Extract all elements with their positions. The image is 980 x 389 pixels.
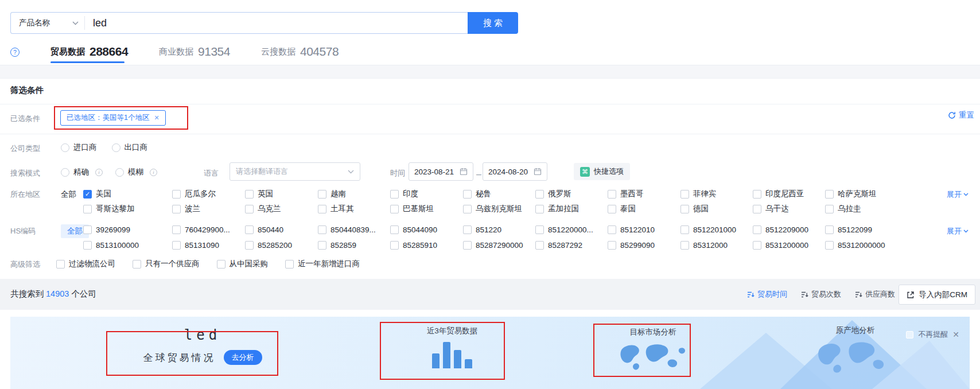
help-circle-icon[interactable]: ? [10, 48, 20, 57]
sort-button[interactable]: 贸易次数 [801, 289, 841, 299]
time-label: 时间 [390, 168, 405, 178]
region-checkbox[interactable]: ✓ 哈萨克斯坦 [825, 189, 877, 199]
close-icon[interactable]: ✕ [154, 114, 159, 122]
checkbox-label: 85285910 [403, 241, 437, 250]
banner-card-origin[interactable]: 原产地分析 [805, 325, 905, 382]
hs-code-checkbox[interactable]: ✓ 8531200000 [753, 241, 808, 250]
region-checkbox[interactable]: ✓ 菲律宾 [680, 189, 717, 199]
info-icon[interactable]: i [95, 169, 103, 176]
checkbox-label: 过滤物流公司 [69, 259, 115, 269]
region-checkbox[interactable]: ✓ 印度 [390, 189, 418, 199]
region-checkbox[interactable]: ✓ 德国 [680, 204, 709, 214]
banner-card-market[interactable]: 目标市场分析 [601, 327, 705, 379]
hs-code-checkbox[interactable]: ✓ 852859 [318, 241, 356, 250]
hs-code-checkbox[interactable]: ✓ 8512201000 [680, 225, 736, 234]
tab-business-data[interactable]: 商业数据 91354 [159, 45, 230, 62]
radio-icon [115, 168, 124, 177]
checkbox-icon: ✓ [753, 225, 761, 234]
refresh-icon [948, 111, 956, 119]
hs-code-checkbox[interactable]: ✓ 39269099 [83, 225, 130, 234]
hs-code-checkbox[interactable]: ✓ 85299090 [608, 241, 655, 250]
region-checkbox[interactable]: ✓ 墨西哥 [608, 189, 644, 199]
region-checkbox[interactable]: ✓ 厄瓜多尔 [172, 189, 216, 199]
hs-code-checkbox[interactable]: ✓ 85287292 [535, 241, 582, 250]
search-button[interactable]: 搜 索 [468, 12, 518, 34]
selected-conditions-label: 已选条件 [10, 114, 40, 124]
hs-code-checkbox[interactable]: ✓ 850440 [245, 225, 283, 234]
hs-code-checkbox[interactable]: ✓ 8513100000 [83, 241, 139, 250]
region-row-1: 所在地区 全部 ✓ 美国 ✓ 厄瓜多尔 ✓ 英国 [0, 187, 980, 202]
hs-code-checkbox[interactable]: ✓ 851220000... [535, 225, 593, 234]
region-checkbox[interactable]: ✓ 印度尼西亚 [753, 189, 804, 199]
hs-code-checkbox[interactable]: ✓ 85122010 [608, 225, 655, 234]
region-checkbox[interactable]: ✓ 波兰 [172, 204, 200, 214]
dismiss-checkbox[interactable] [906, 331, 913, 339]
command-icon: ⌘ [580, 167, 590, 177]
region-checkbox[interactable]: ✓ 美国 [83, 189, 111, 199]
hs-code-checkbox[interactable]: ✓ 85131090 [172, 241, 219, 250]
advanced-filter-checkbox[interactable]: ✓ 近一年新增进口商 [285, 259, 360, 269]
hs-code-checkbox[interactable]: ✓ 851220 [463, 225, 501, 234]
tab-cloud-search-data[interactable]: 云搜数据 404578 [261, 45, 339, 62]
advanced-filter-checkbox[interactable]: ✓ 过滤物流公司 [56, 259, 115, 269]
checkbox-label: 85131090 [185, 241, 219, 250]
company-type-radio[interactable]: 出口商 [112, 142, 148, 153]
hs-code-checkbox[interactable]: ✓ 850440839... [318, 225, 376, 234]
import-crm-button[interactable]: 导入内部CRM [899, 285, 975, 305]
banner-card-trade[interactable]: 近3年贸易数据 [389, 326, 515, 368]
hs-code-checkbox[interactable]: ✓ 85287290000 [463, 241, 523, 250]
checkbox-label: 851220 [476, 225, 501, 234]
hs-code-checkbox[interactable]: ✓ 8512209000 [753, 225, 808, 234]
region-checkbox[interactable]: ✓ 越南 [318, 189, 346, 199]
region-checkbox[interactable]: ✓ 乌兹别克斯坦 [463, 204, 522, 214]
region-checkbox[interactable]: ✓ 哥斯达黎加 [83, 204, 135, 214]
search-mode-options: 精确 i 模糊 i [61, 167, 157, 177]
region-checkbox[interactable]: ✓ 乌克兰 [245, 204, 281, 214]
hs-code-checkbox[interactable]: ✓ 85312000 [680, 241, 728, 250]
sort-button[interactable]: 供应商数 [855, 289, 895, 299]
region-expand-link[interactable]: 展开 [947, 189, 969, 200]
hs-code-checkbox[interactable]: ✓ 85285200 [245, 241, 292, 250]
banner-product-block: led 全球贸易情况 去分析 [125, 327, 280, 365]
advanced-filter-checkbox[interactable]: ✓ 只有一个供应商 [133, 259, 200, 269]
company-type-radio[interactable]: 进口商 [61, 142, 97, 153]
search-mode-radio[interactable]: 精确 i [61, 167, 103, 177]
date-to-picker[interactable]: 2024-08-20 [483, 162, 547, 181]
checkbox-icon: ✓ [390, 241, 399, 250]
search-mode-radio[interactable]: 模糊 i [115, 167, 157, 177]
search-input[interactable] [85, 17, 468, 29]
sort-button[interactable]: 贸易时间 [747, 289, 787, 299]
hs-code-checkbox[interactable]: ✓ 85312000000 [825, 241, 885, 250]
search-category-select[interactable]: 产品名称 [11, 13, 84, 33]
language-select[interactable]: 请选择翻译语言 [230, 162, 360, 181]
region-checkbox[interactable]: ✓ 乌拉圭 [825, 204, 861, 214]
region-checkbox[interactable]: ✓ 俄罗斯 [535, 189, 571, 199]
analyze-button[interactable]: 去分析 [224, 350, 262, 365]
region-checkbox[interactable]: ✓ 巴基斯坦 [390, 204, 434, 214]
hs-code-checkbox[interactable]: ✓ 85285910 [390, 241, 437, 250]
info-icon[interactable]: i [150, 169, 157, 176]
reset-button[interactable]: 重置 [948, 110, 974, 120]
region-checkbox[interactable]: ✓ 秘鲁 [463, 189, 491, 199]
region-checkbox[interactable]: ✓ 泰国 [608, 204, 636, 214]
selected-region-tag-text: 已选地区：美国等1个地区 [67, 113, 149, 123]
region-checkbox[interactable]: ✓ 英国 [245, 189, 273, 199]
hs-code-checkbox[interactable]: ✓ 760429900... [172, 225, 230, 234]
hs-code-checkbox[interactable]: ✓ 85122099 [825, 225, 872, 234]
quick-options-button[interactable]: ⌘ 快捷选项 [574, 163, 630, 180]
region-checkbox[interactable]: ✓ 乌干达 [753, 204, 789, 214]
advanced-filter-checkbox[interactable]: ✓ 从中国采购 [217, 259, 269, 269]
company-type-row: 公司类型 进口商 出口商 [0, 141, 980, 156]
tab-count: 404578 [300, 45, 339, 59]
selected-region-tag[interactable]: 已选地区：美国等1个地区 ✕ [60, 110, 166, 126]
close-icon[interactable]: ✕ [952, 330, 959, 339]
hs-code-checkbox[interactable]: ✓ 85044090 [390, 225, 437, 234]
date-from-picker[interactable]: 2023-08-21 [409, 162, 473, 181]
region-checkbox[interactable]: ✓ 土耳其 [318, 204, 354, 214]
checkbox-label: 越南 [330, 189, 346, 199]
hs-expand-link[interactable]: 展开 [947, 226, 969, 236]
tab-trade-data[interactable]: 贸易数据 288664 [50, 45, 128, 62]
checkbox-icon: ✓ [535, 190, 544, 199]
region-checkbox[interactable]: ✓ 孟加拉国 [535, 204, 579, 214]
dismiss-control: 不再提醒 ✕ [906, 329, 959, 340]
